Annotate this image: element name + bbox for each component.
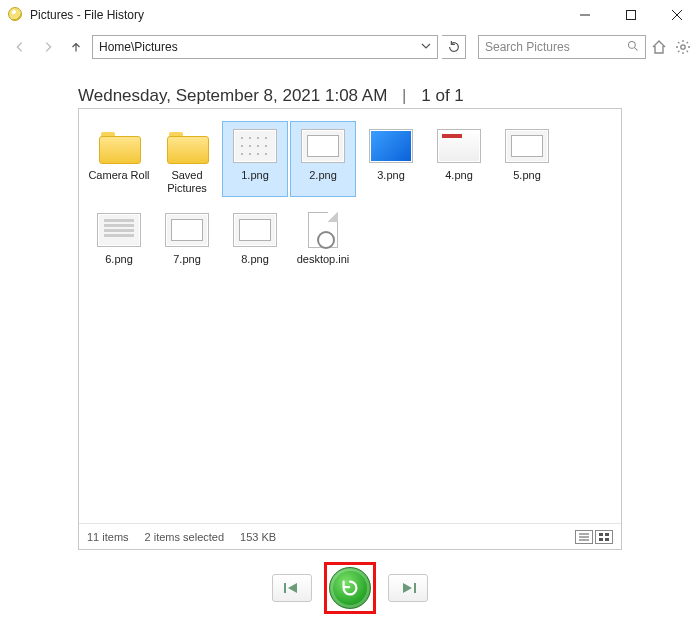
search-placeholder: Search Pictures	[485, 40, 627, 54]
gear-icon[interactable]	[674, 38, 692, 56]
image-thumbnail	[231, 210, 279, 250]
version-timestamp: Wednesday, September 8, 2021 1:08 AM	[78, 86, 387, 105]
item-label: Saved Pictures	[155, 169, 219, 194]
status-bar: 11 items 2 items selected 153 KB	[79, 523, 621, 549]
folder-icon	[163, 126, 211, 166]
item-label: 4.png	[445, 169, 473, 182]
image-thumbnail	[503, 126, 551, 166]
folder-item[interactable]: Saved Pictures	[154, 121, 220, 197]
status-size: 153 KB	[240, 531, 276, 543]
svg-rect-13	[605, 538, 609, 541]
file-grid[interactable]: Camera RollSaved Pictures1.png2.png3.png…	[79, 109, 621, 521]
svg-point-6	[681, 45, 685, 49]
svg-rect-10	[599, 533, 603, 536]
item-label: desktop.ini	[297, 253, 350, 266]
folder-icon	[95, 126, 143, 166]
address-dropdown-icon[interactable]	[419, 40, 433, 54]
previous-version-button[interactable]	[272, 574, 312, 602]
file-item[interactable]: 8.png	[222, 205, 288, 269]
close-button[interactable]	[654, 0, 700, 30]
app-icon	[8, 7, 24, 23]
forward-button[interactable]	[36, 35, 60, 59]
file-item[interactable]: 4.png	[426, 121, 492, 197]
item-label: Camera Roll	[88, 169, 149, 182]
item-label: 3.png	[377, 169, 405, 182]
status-item-count: 11 items	[87, 531, 129, 543]
svg-rect-12	[599, 538, 603, 541]
search-icon	[627, 40, 639, 55]
next-version-button[interactable]	[388, 574, 428, 602]
file-item[interactable]: desktop.ini	[290, 205, 356, 269]
svg-rect-15	[414, 583, 416, 593]
svg-point-4	[629, 41, 636, 48]
settings-file-icon	[299, 210, 347, 250]
image-thumbnail	[299, 126, 347, 166]
view-icons-button[interactable]	[595, 530, 613, 544]
view-toggle	[575, 530, 613, 544]
item-label: 5.png	[513, 169, 541, 182]
nav-bar: Home\Pictures Search Pictures	[0, 30, 700, 64]
image-thumbnail	[95, 210, 143, 250]
version-position: 1 of 1	[421, 86, 464, 105]
up-button[interactable]	[64, 35, 88, 59]
restore-highlight	[324, 562, 376, 614]
file-item[interactable]: 1.png	[222, 121, 288, 197]
item-label: 7.png	[173, 253, 201, 266]
window-controls	[562, 0, 700, 30]
item-label: 1.png	[241, 169, 269, 182]
file-item[interactable]: 2.png	[290, 121, 356, 197]
view-details-button[interactable]	[575, 530, 593, 544]
image-thumbnail	[367, 126, 415, 166]
file-item[interactable]: 6.png	[86, 205, 152, 269]
playback-controls	[0, 558, 700, 618]
item-label: 6.png	[105, 253, 133, 266]
search-input[interactable]: Search Pictures	[478, 35, 646, 59]
image-thumbnail	[435, 126, 483, 166]
svg-rect-1	[627, 11, 636, 20]
heading-separator: |	[402, 86, 406, 105]
address-bar[interactable]: Home\Pictures	[92, 35, 438, 59]
svg-rect-11	[605, 533, 609, 536]
file-item[interactable]: 7.png	[154, 205, 220, 269]
image-thumbnail	[163, 210, 211, 250]
title-bar: Pictures - File History	[0, 0, 700, 30]
svg-line-5	[635, 47, 638, 50]
back-button[interactable]	[8, 35, 32, 59]
file-panel: Camera RollSaved Pictures1.png2.png3.png…	[78, 108, 622, 550]
status-selection: 2 items selected	[145, 531, 224, 543]
file-item[interactable]: 5.png	[494, 121, 560, 197]
restore-button[interactable]	[329, 567, 371, 609]
folder-item[interactable]: Camera Roll	[86, 121, 152, 197]
file-item[interactable]: 3.png	[358, 121, 424, 197]
window-title: Pictures - File History	[30, 8, 144, 22]
version-heading: Wednesday, September 8, 2021 1:08 AM | 1…	[0, 64, 700, 106]
address-path: Home\Pictures	[99, 40, 419, 54]
image-thumbnail	[231, 126, 279, 166]
item-label: 2.png	[309, 169, 337, 182]
maximize-button[interactable]	[608, 0, 654, 30]
refresh-button[interactable]	[442, 35, 466, 59]
svg-rect-14	[284, 583, 286, 593]
minimize-button[interactable]	[562, 0, 608, 30]
item-label: 8.png	[241, 253, 269, 266]
home-icon[interactable]	[650, 38, 668, 56]
